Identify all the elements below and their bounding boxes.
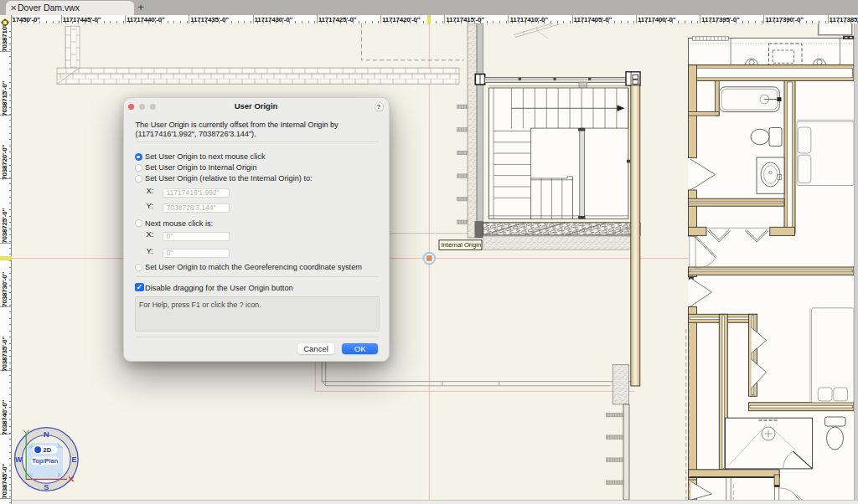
- svg-text:S: S: [44, 483, 49, 491]
- svg-text:N: N: [44, 430, 49, 439]
- svg-text:W: W: [15, 455, 23, 464]
- svg-text:Top/Plan: Top/Plan: [32, 457, 59, 465]
- svg-text:E: E: [71, 455, 76, 464]
- svg-text:2D: 2D: [43, 446, 51, 454]
- svg-text:Internal Origin: Internal Origin: [441, 241, 481, 249]
